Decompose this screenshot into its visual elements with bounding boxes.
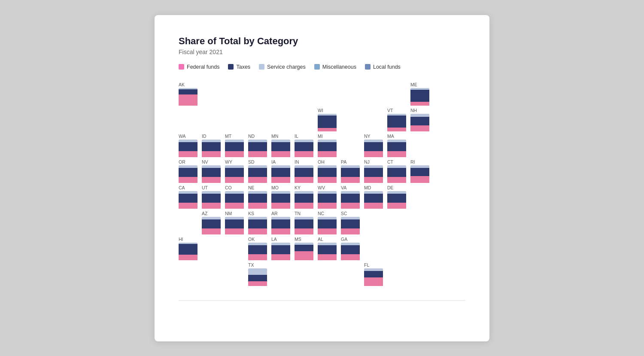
- bar-segment-federal: [271, 254, 290, 261]
- state-bar: [179, 165, 197, 183]
- bar-segment-federal: [410, 125, 429, 132]
- legend-color: [228, 64, 234, 70]
- bar-segment-service: [295, 191, 313, 194]
- state-label: MD: [364, 185, 386, 190]
- state-label: ME: [410, 82, 432, 87]
- bar-segment-federal: [248, 203, 267, 209]
- state-cell-ks: KS: [248, 211, 270, 235]
- state-bar: [271, 140, 290, 158]
- state-label: SD: [248, 159, 270, 164]
- state-cell-pa: PA: [341, 159, 362, 183]
- bar-segment-federal: [318, 203, 337, 209]
- bar-segment-service: [248, 243, 267, 246]
- state-bar: [225, 140, 244, 158]
- state-cell-va: VA: [341, 185, 362, 209]
- bar-segment-federal: [318, 128, 337, 132]
- state-cell-or: OR: [179, 159, 200, 183]
- state-cell-tn: TN: [295, 211, 316, 235]
- bar-segment-service: [248, 191, 267, 194]
- state-bar: [295, 140, 313, 158]
- state-bar: [410, 165, 429, 183]
- bar-segment-service: [202, 165, 221, 168]
- bar-segment-federal: [295, 251, 313, 261]
- bar-segment-service: [318, 140, 337, 143]
- bar-segment-federal: [364, 151, 383, 158]
- bar-segment-taxes: [248, 168, 267, 177]
- bar-segment-service: [225, 165, 244, 168]
- state-bar: [318, 114, 337, 132]
- bar-segment-service: [364, 165, 383, 168]
- state-cell-wv: WV: [318, 185, 339, 209]
- bar-segment-taxes: [271, 194, 290, 203]
- bar-segment-federal: [248, 281, 267, 286]
- state-bar: [364, 165, 383, 183]
- state-bar: [225, 191, 244, 209]
- map-row: WIVTNH: [179, 108, 465, 132]
- state-bar: [271, 217, 290, 235]
- bar-segment-federal: [295, 203, 313, 209]
- state-bar: [179, 140, 197, 158]
- state-label: MN: [271, 134, 293, 139]
- bar-segment-service: [271, 191, 290, 194]
- state-bar: [410, 114, 429, 132]
- legend-color: [259, 64, 264, 70]
- bar-segment-federal: [341, 177, 360, 183]
- bar-segment-taxes: [225, 142, 244, 151]
- state-cell-sc: SC: [341, 211, 362, 235]
- state-cell-ky: KY: [295, 185, 316, 209]
- state-bar: [179, 243, 197, 261]
- legend-label: Local funds: [373, 64, 401, 70]
- state-label: DE: [387, 185, 409, 190]
- bar-segment-federal: [341, 228, 360, 235]
- state-label: ND: [248, 134, 270, 139]
- bar-segment-taxes: [364, 168, 383, 177]
- state-bar: [318, 165, 337, 183]
- bar-segment-taxes: [387, 194, 406, 203]
- bar-segment-federal: [364, 177, 383, 183]
- bar-segment-taxes: [271, 142, 290, 151]
- map-row: AZNMKSARTNNCSC: [179, 211, 465, 235]
- bar-segment-federal: [410, 102, 429, 106]
- bar-segment-taxes: [271, 245, 290, 254]
- legend-label: Taxes: [236, 64, 250, 70]
- bar-segment-federal: [271, 177, 290, 183]
- state-label: RI: [410, 159, 432, 164]
- bar-segment-taxes: [341, 245, 360, 254]
- state-cell-ms: MS: [295, 237, 316, 261]
- state-bar: [271, 243, 290, 261]
- bar-segment-taxes: [410, 90, 429, 101]
- state-bar: [271, 165, 290, 183]
- map-row: TXFL: [179, 262, 465, 286]
- state-cell-il: IL: [295, 134, 316, 158]
- bar-segment-taxes: [179, 168, 197, 177]
- state-cell-fl: FL: [364, 262, 386, 286]
- bar-segment-service: [248, 268, 267, 275]
- bar-segment-taxes: [179, 89, 197, 94]
- state-label: WI: [318, 108, 339, 113]
- state-cell-vt: VT: [387, 108, 409, 132]
- state-cell-in: IN: [295, 159, 316, 183]
- bar-segment-service: [364, 140, 383, 143]
- state-bar: [318, 140, 337, 158]
- bar-segment-service: [271, 165, 290, 168]
- state-bar: [295, 243, 313, 261]
- state-label: NH: [410, 108, 432, 113]
- bar-segment-service: [248, 140, 267, 143]
- bar-segment-taxes: [341, 194, 360, 203]
- bar-segment-federal: [410, 176, 429, 183]
- bar-segment-service: [271, 140, 290, 143]
- state-bar: [271, 191, 290, 209]
- bar-segment-taxes: [410, 168, 429, 176]
- bar-segment-service: [248, 217, 267, 220]
- state-bar: [248, 268, 267, 286]
- map-row: CAUTCONEMOKYWVVAMDDE: [179, 185, 465, 209]
- state-cell-de: DE: [387, 185, 409, 209]
- state-bar: [387, 165, 406, 183]
- bar-segment-federal: [248, 177, 267, 183]
- bar-segment-service: [318, 165, 337, 168]
- bar-segment-federal: [202, 203, 221, 209]
- state-bar: [364, 191, 383, 209]
- bar-segment-federal: [202, 228, 221, 235]
- bar-segment-service: [387, 140, 406, 143]
- state-bar: [364, 140, 383, 158]
